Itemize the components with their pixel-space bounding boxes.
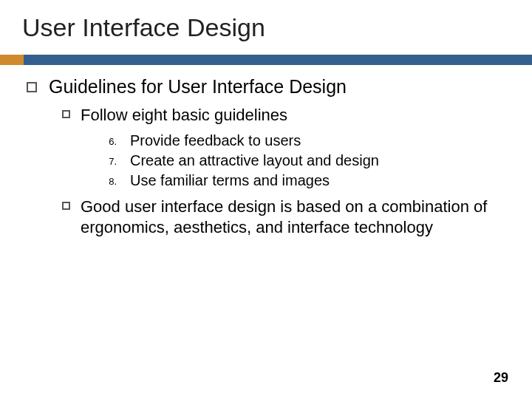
item-number: 6. [105,136,117,149]
numbered-item: 7. Create an attractive layout and desig… [105,152,510,169]
page-number: 29 [494,370,508,386]
numbered-item: 6. Provide feedback to users [105,132,510,149]
accent-bar [0,55,532,65]
accent-square [0,55,24,65]
item-number: 7. [105,156,117,169]
item-text: Use familiar terms and images [130,172,510,189]
numbered-item: 8. Use familiar terms and images [105,172,510,189]
square-bullet-icon [62,110,70,118]
slide-title: User Interface Design [22,13,510,42]
bullet-level1-text: Guidelines for User Interface Design [49,76,347,98]
slide: User Interface Design Guidelines for Use… [0,0,532,399]
square-bullet-icon [62,202,70,210]
bullet-level2-first: Follow eight basic guidelines [62,105,510,126]
item-text: Provide feedback to users [130,132,510,149]
bullet-level2-text: Good user interface design is based on a… [81,197,510,239]
bullet-level2-second: Good user interface design is based on a… [62,197,510,239]
square-bullet-icon [27,82,37,92]
bullet-level1: Guidelines for User Interface Design [27,76,510,98]
item-text: Create an attractive layout and design [130,152,510,169]
bullet-level2-text: Follow eight basic guidelines [81,105,510,126]
item-number: 8. [105,176,117,189]
content-area: Guidelines for User Interface Design Fol… [22,76,510,239]
